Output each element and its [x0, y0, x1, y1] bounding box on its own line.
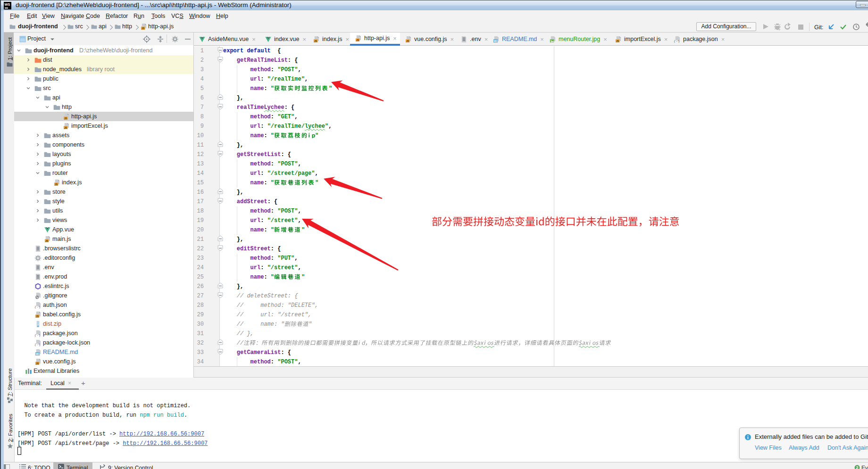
svg-text:2: 2 — [856, 465, 858, 469]
svg-text:Ev: Ev — [861, 465, 868, 469]
